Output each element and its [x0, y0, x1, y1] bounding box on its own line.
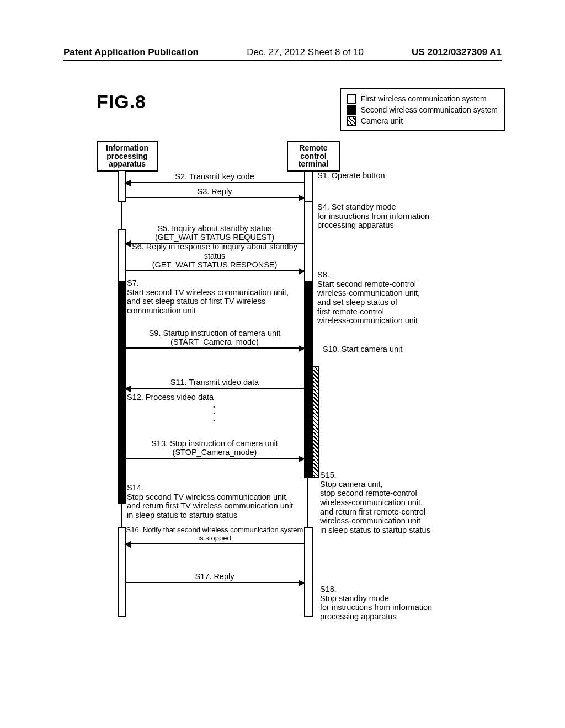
- label-s13: S13. Stop instruction of camera unit (ST…: [125, 439, 304, 457]
- label-s16: S16. Notify that second wireless communi…: [125, 526, 304, 543]
- note-s15: S15. Stop camera unit, stop second remot…: [320, 470, 463, 535]
- bar-rct-first-1: [304, 171, 313, 204]
- page-header: Patent Application Publication Dec. 27, …: [63, 47, 502, 61]
- label-s11: S11. Transmit video data: [125, 378, 304, 387]
- bar-ipa-second: [118, 281, 126, 504]
- ellipsis-dots: ···: [212, 403, 216, 422]
- arrow-s11: S11. Transmit video data: [125, 388, 304, 389]
- legend-second: Second wireless communication system: [347, 105, 498, 115]
- legend-swatch-second: [347, 105, 356, 115]
- label-s3: S3. Reply: [125, 187, 304, 196]
- legend-first: First wireless communication system: [347, 94, 498, 104]
- actor-information-processing-apparatus: Information processing apparatus: [97, 141, 158, 172]
- legend-label-second: Second wireless communication system: [361, 105, 498, 114]
- arrow-s17: S17. Reply: [125, 582, 304, 583]
- bar-rct-second-2: [304, 366, 313, 478]
- note-s10: S10. Start camera unit: [323, 345, 402, 354]
- legend-label-camera: Camera unit: [361, 116, 403, 125]
- legend-label-first: First wireless communication system: [361, 94, 487, 103]
- note-s7: S7. Start second TV wireless communicati…: [127, 279, 320, 315]
- note-s12: S12. Process video data: [127, 393, 214, 402]
- header-center: Dec. 27, 2012 Sheet 8 of 10: [247, 47, 364, 58]
- header-right: US 2012/0327309 A1: [412, 47, 502, 58]
- note-s4: S4. Set standby mode for instructions fr…: [317, 202, 461, 230]
- figure-label: FIG.8: [97, 91, 146, 113]
- label-s6: S6. Reply in response to inquiry about s…: [125, 242, 304, 270]
- patent-page: Patent Application Publication Dec. 27, …: [0, 0, 565, 728]
- legend-swatch-camera: [347, 116, 356, 126]
- note-s1: S1. Operate button: [317, 171, 385, 180]
- arrow-s16: S16. Notify that second wireless communi…: [125, 543, 304, 544]
- bar-rct-first-2: [304, 201, 313, 283]
- arrow-s6: S6. Reply in response to inquiry about s…: [125, 270, 304, 271]
- legend-box: First wireless communication system Seco…: [340, 88, 505, 131]
- bar-rct-first-3: [304, 527, 313, 617]
- note-s8: S8. Start second remote-control wireless…: [317, 270, 450, 325]
- legend-camera: Camera unit: [347, 116, 498, 126]
- note-s14: S14. Stop second TV wireless communicati…: [127, 483, 309, 520]
- label-s17: S17. Reply: [125, 572, 304, 581]
- arrow-s2: S2. Transmit key code: [125, 182, 304, 183]
- label-s9: S9. Startup instruction of camera unit (…: [125, 329, 304, 347]
- header-left: Patent Application Publication: [63, 47, 199, 58]
- actor-remote-control-terminal: Remote control terminal: [287, 141, 340, 172]
- label-s5: S5. Inquiry about standby status (GET_WA…: [125, 224, 304, 242]
- legend-swatch-first: [347, 94, 356, 104]
- arrow-s9: S9. Startup instruction of camera unit (…: [125, 347, 304, 349]
- arrow-s3: S3. Reply: [125, 197, 304, 198]
- arrow-s13: S13. Stop instruction of camera unit (ST…: [125, 458, 304, 459]
- note-s18: S18. Stop standby mode for instructions …: [320, 585, 458, 622]
- label-s2: S2. Transmit key code: [125, 172, 304, 181]
